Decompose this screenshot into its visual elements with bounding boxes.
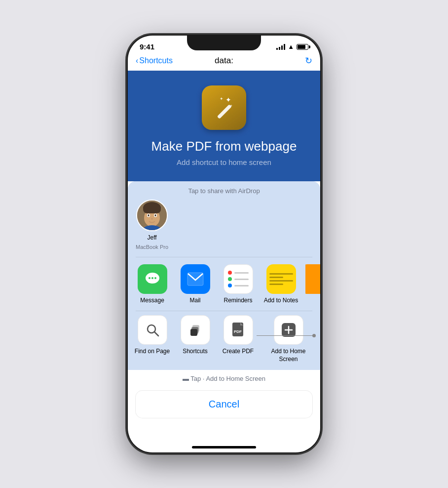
pdf-icon-box: PDF bbox=[224, 315, 253, 345]
reminder-line-3 bbox=[228, 284, 249, 287]
reminder-dot-1 bbox=[228, 271, 232, 275]
reload-button[interactable]: ↻ bbox=[305, 55, 312, 66]
notes-line-3 bbox=[269, 280, 293, 282]
find-label: Find on Page bbox=[135, 348, 170, 356]
pointer-line bbox=[257, 335, 316, 336]
action-shortcuts[interactable]: Shortcuts bbox=[177, 315, 214, 356]
battery-fill bbox=[298, 45, 305, 49]
notes-line-2 bbox=[269, 277, 284, 278]
svg-rect-25 bbox=[190, 329, 197, 336]
signal-bar-1 bbox=[276, 48, 278, 50]
url-bar[interactable]: data: bbox=[215, 56, 233, 66]
find-icon-box bbox=[138, 315, 167, 345]
svg-point-11 bbox=[155, 214, 156, 216]
bottom-hint: ▬ Tap · Add to Home Screen bbox=[128, 370, 320, 386]
hero-subtitle: Add shortcut to home screen bbox=[177, 158, 271, 166]
signal-bar-3 bbox=[281, 45, 283, 50]
notch bbox=[187, 36, 261, 50]
chevron-left-icon: ‹ bbox=[136, 56, 138, 65]
contact-device: MacBook Pro bbox=[136, 244, 168, 250]
share-app-notes[interactable]: Add to Notes bbox=[262, 264, 299, 304]
airdrop-section: Tap to share with AirDrop bbox=[128, 181, 320, 257]
notes-line-1 bbox=[269, 273, 293, 275]
notes-label: Add to Notes bbox=[264, 297, 298, 304]
svg-text:✦: ✦ bbox=[220, 96, 224, 101]
phone-frame: 9:41 ▲ ‹ Shortcuts data: ↻ bbox=[128, 36, 320, 452]
partial-icon-box bbox=[305, 264, 320, 294]
reminder-line-2 bbox=[228, 277, 249, 281]
action-find-on-page[interactable]: Find on Page bbox=[134, 315, 171, 356]
share-sheet: Tap to share with AirDrop bbox=[128, 181, 320, 428]
wifi-icon: ▲ bbox=[288, 43, 294, 50]
signal-bar-2 bbox=[279, 47, 280, 50]
message-icon-svg bbox=[144, 271, 161, 287]
notes-icon-box bbox=[266, 264, 296, 294]
notes-line-4 bbox=[269, 284, 284, 285]
pdf-icon-svg: PDF bbox=[231, 322, 245, 338]
reminders-lines bbox=[224, 267, 253, 291]
add-home-label: Add to Home Screen bbox=[262, 348, 314, 363]
reminders-icon-box bbox=[224, 264, 253, 294]
home-indicator bbox=[192, 446, 256, 448]
app-icon-inner: ✦ ✦ ✦ bbox=[209, 93, 239, 122]
notes-lines bbox=[266, 269, 296, 289]
status-time: 9:41 bbox=[140, 42, 154, 51]
signal-bar-4 bbox=[284, 44, 285, 50]
signal-bars bbox=[276, 44, 285, 50]
svg-text:PDF: PDF bbox=[234, 329, 242, 334]
app-row: Message Mail bbox=[128, 257, 320, 311]
mail-icon-box bbox=[181, 264, 210, 294]
svg-line-22 bbox=[154, 332, 158, 336]
reminders-label: Reminders bbox=[224, 297, 252, 304]
bottom-hint-text: ▬ Tap · Add to Home Screen bbox=[183, 375, 265, 382]
svg-point-15 bbox=[149, 277, 150, 279]
share-app-reminders[interactable]: Reminders bbox=[220, 264, 257, 304]
reminder-bar-1 bbox=[234, 272, 249, 274]
svg-text:✦: ✦ bbox=[229, 104, 233, 108]
battery-icon bbox=[297, 44, 308, 50]
shortcuts-icon-box bbox=[181, 315, 210, 345]
create-pdf-label: Create PDF bbox=[223, 348, 254, 356]
action-create-pdf[interactable]: PDF Create PDF bbox=[220, 315, 257, 356]
shortcuts-icon-svg bbox=[188, 323, 202, 337]
airdrop-contact-jeff[interactable]: Jeff MacBook Pro bbox=[136, 200, 168, 250]
share-app-message[interactable]: Message bbox=[134, 264, 171, 304]
contact-avatar bbox=[136, 200, 168, 231]
shortcut-icon-svg: ✦ ✦ ✦ bbox=[211, 94, 238, 122]
hero-section: ✦ ✦ ✦ Make PDF from webpage Add shortcut… bbox=[128, 71, 320, 181]
svg-point-10 bbox=[148, 214, 149, 216]
status-icons: ▲ bbox=[276, 43, 308, 50]
pointer-dot bbox=[312, 334, 316, 337]
svg-point-16 bbox=[151, 277, 153, 279]
airdrop-label: Tap to share with AirDrop bbox=[136, 187, 312, 195]
airdrop-contacts: Jeff MacBook Pro bbox=[136, 200, 312, 257]
shortcuts-label: Shortcuts bbox=[183, 348, 208, 356]
action-add-home[interactable]: Add to Home Screen bbox=[262, 315, 314, 363]
cancel-button[interactable]: Cancel bbox=[136, 391, 312, 418]
app-icon: ✦ ✦ ✦ bbox=[202, 85, 246, 130]
back-button[interactable]: ‹ Shortcuts bbox=[136, 56, 173, 65]
reminder-dot-3 bbox=[228, 284, 232, 287]
add-home-icon-box bbox=[274, 315, 303, 345]
contact-name: Jeff bbox=[147, 234, 156, 241]
share-app-mail[interactable]: Mail bbox=[177, 264, 214, 304]
reminder-line-1 bbox=[228, 271, 249, 275]
reminder-bar-2 bbox=[234, 279, 249, 280]
face-svg bbox=[137, 201, 167, 230]
find-icon-svg bbox=[146, 323, 159, 337]
svg-point-12 bbox=[151, 218, 153, 220]
nav-bar: ‹ Shortcuts data: ↻ bbox=[128, 54, 320, 71]
reminder-bar-3 bbox=[234, 285, 249, 286]
action-row: Find on Page Shortcuts bbox=[128, 311, 320, 370]
message-icon-box bbox=[138, 264, 167, 294]
cancel-section: Cancel bbox=[128, 386, 320, 428]
mail-icon-svg bbox=[187, 272, 204, 286]
hero-title: Make PDF from webpage bbox=[151, 139, 297, 154]
svg-point-17 bbox=[154, 277, 156, 279]
message-label: Message bbox=[140, 297, 164, 304]
svg-text:✦: ✦ bbox=[225, 96, 231, 104]
back-label: Shortcuts bbox=[139, 56, 173, 65]
svg-rect-7 bbox=[143, 204, 161, 213]
mail-label: Mail bbox=[189, 297, 200, 304]
share-app-partial bbox=[305, 264, 320, 294]
